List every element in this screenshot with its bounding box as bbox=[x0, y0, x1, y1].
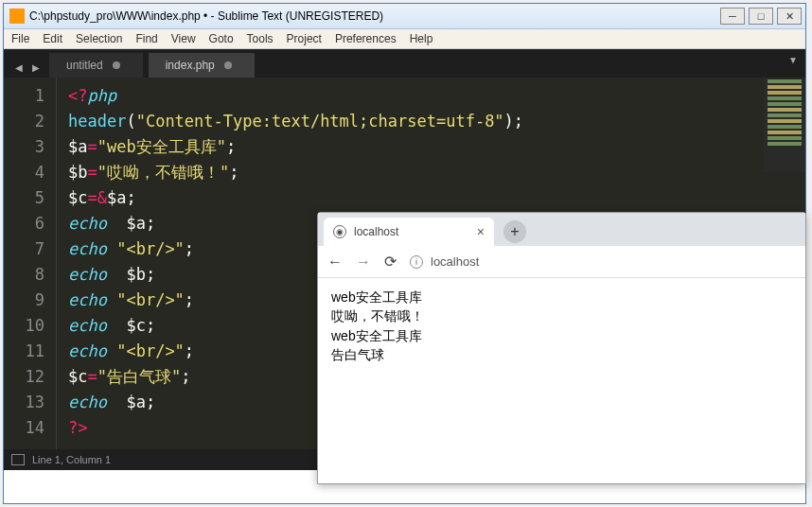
menu-goto[interactable]: Goto bbox=[209, 32, 234, 45]
output-line: 告白气球 bbox=[331, 345, 792, 364]
close-button[interactable]: ✕ bbox=[777, 8, 802, 25]
output-line: 哎呦，不错哦！ bbox=[331, 306, 792, 325]
globe-icon: ◉ bbox=[333, 225, 346, 238]
gutter: 1234567891011121314 bbox=[4, 78, 57, 449]
line-number: 14 bbox=[4, 415, 44, 441]
menu-tools[interactable]: Tools bbox=[247, 32, 274, 45]
line-number: 4 bbox=[4, 160, 44, 185]
menu-view[interactable]: View bbox=[171, 32, 196, 45]
menubar: FileEditSelectionFindViewGotoToolsProjec… bbox=[4, 29, 805, 49]
browser-tab-title: localhost bbox=[354, 225, 398, 238]
line-number: 7 bbox=[4, 236, 44, 262]
new-tab-button[interactable]: + bbox=[503, 220, 526, 243]
tab-prev-icon[interactable]: ◀ bbox=[11, 61, 26, 74]
tab-next-icon[interactable]: ▶ bbox=[28, 61, 44, 74]
line-number: 13 bbox=[4, 390, 44, 415]
modified-dot-icon bbox=[224, 61, 232, 69]
line-number: 1 bbox=[4, 83, 44, 109]
menu-help[interactable]: Help bbox=[410, 32, 433, 45]
minimize-button[interactable]: ─ bbox=[720, 8, 745, 25]
back-button[interactable]: ← bbox=[327, 254, 343, 271]
tab-label: index.php bbox=[166, 59, 215, 72]
output-line: web安全工具库 bbox=[331, 288, 792, 306]
modified-dot-icon bbox=[113, 61, 120, 69]
status-panel-icon[interactable] bbox=[11, 454, 25, 465]
code-line[interactable]: header("Content-Type:text/html;charset=u… bbox=[68, 109, 805, 134]
line-number: 3 bbox=[4, 134, 44, 160]
menu-file[interactable]: File bbox=[11, 32, 29, 45]
status-text: Line 1, Column 1 bbox=[32, 454, 111, 465]
code-line[interactable]: $c=&$a; bbox=[68, 185, 805, 211]
code-line[interactable]: $a="web安全工具库"; bbox=[68, 134, 805, 160]
output-line: web安全工具库 bbox=[331, 326, 792, 345]
menu-project[interactable]: Project bbox=[287, 32, 322, 45]
address-bar[interactable]: i localhost bbox=[410, 254, 479, 269]
tab-close-icon[interactable]: × bbox=[477, 224, 485, 239]
code-line[interactable]: <?php bbox=[68, 83, 805, 109]
browser-toolbar: ← → ⟳ i localhost bbox=[318, 246, 805, 278]
line-number: 10 bbox=[4, 313, 44, 339]
menu-preferences[interactable]: Preferences bbox=[335, 32, 397, 45]
app-icon bbox=[9, 9, 25, 24]
menu-find[interactable]: Find bbox=[135, 32, 157, 45]
browser-tab[interactable]: ◉ localhost × bbox=[324, 218, 494, 246]
titlebar: C:\phpstudy_pro\WWW\index.php • - Sublim… bbox=[4, 4, 805, 29]
line-number: 11 bbox=[4, 339, 44, 364]
info-icon: i bbox=[410, 255, 423, 269]
maximize-button[interactable]: □ bbox=[749, 8, 773, 25]
reload-button[interactable]: ⟳ bbox=[384, 253, 397, 271]
line-number: 8 bbox=[4, 262, 44, 288]
tabbar: ◀ ▶ untitledindex.php ▼ bbox=[4, 49, 805, 78]
browser-window: ◉ localhost × + ← → ⟳ i localhost web安全工… bbox=[317, 212, 806, 484]
forward-button[interactable]: → bbox=[356, 254, 371, 271]
line-number: 2 bbox=[4, 109, 44, 134]
minimap[interactable] bbox=[764, 78, 805, 172]
tab-overflow-icon[interactable]: ▼ bbox=[788, 55, 798, 65]
url-text: localhost bbox=[431, 254, 479, 269]
file-tab[interactable]: untitled bbox=[49, 53, 143, 78]
code-line[interactable]: $b="哎呦，不错哦！"; bbox=[68, 160, 805, 185]
line-number: 5 bbox=[4, 185, 44, 211]
tab-label: untitled bbox=[66, 59, 103, 72]
line-number: 6 bbox=[4, 211, 44, 236]
menu-edit[interactable]: Edit bbox=[43, 32, 62, 45]
line-number: 12 bbox=[4, 364, 44, 390]
menu-selection[interactable]: Selection bbox=[76, 32, 122, 45]
browser-content: web安全工具库哎呦，不错哦！web安全工具库告白气球 bbox=[318, 278, 805, 374]
window-title: C:\phpstudy_pro\WWW\index.php • - Sublim… bbox=[29, 9, 720, 23]
file-tab[interactable]: index.php bbox=[149, 53, 255, 78]
line-number: 9 bbox=[4, 288, 44, 313]
browser-tabbar: ◉ localhost × + bbox=[318, 213, 805, 246]
